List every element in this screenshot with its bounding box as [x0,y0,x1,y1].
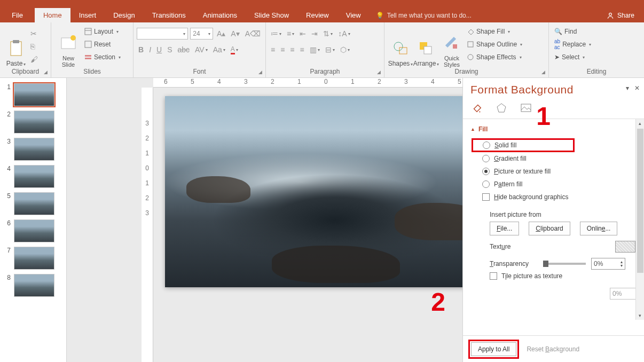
transparency-spinner[interactable]: 0%▴▾ [591,258,625,270]
texture-picker[interactable] [615,241,635,253]
fill-tab-icon[interactable] [470,101,483,114]
gradient-fill-option[interactable]: Gradient fill [470,152,644,165]
inc-indent-button[interactable]: ⇥ [310,28,319,40]
shape-outline-button[interactable]: Shape Outline▾ [465,38,524,50]
thumb-2[interactable]: 2 [0,108,66,136]
columns-button[interactable]: ▥▾ [308,44,321,56]
main-slide[interactable] [165,96,505,287]
tab-transitions[interactable]: Transitions [144,8,194,22]
replace-button[interactable]: abacReplace▾ [552,38,593,50]
font-color-button[interactable]: A▾ [229,44,240,56]
effects-tab-icon[interactable] [495,101,508,114]
shapes-button[interactable]: Shapes▾ [388,23,413,68]
insert-online-button[interactable]: Online... [580,222,618,235]
italic-button[interactable]: I [147,44,153,56]
share-button[interactable]: Share [597,12,644,19]
thumb-5[interactable]: 5 [0,190,66,217]
line-spacing-button[interactable]: ⇅▾ [321,28,334,40]
layout-button[interactable]: Layout▾ [82,26,123,37]
thumb-3[interactable]: 3 [0,136,66,163]
scroll-up-icon[interactable]: ▴ [636,119,644,128]
shrink-font-button[interactable]: A▾ [229,28,241,40]
tab-animations[interactable]: Animations [194,8,246,22]
clear-format-button[interactable]: A⌫ [244,28,262,40]
thumb-4[interactable]: 4 [0,163,66,190]
reset-button[interactable]: Reset [82,38,123,50]
picture-tab-icon[interactable] [520,101,532,114]
font-size-combo[interactable]: 24▾ [190,28,213,40]
strike-button[interactable]: abc [176,44,191,56]
align-center-button[interactable]: ≡ [279,44,286,56]
vertical-ruler: 321 0123 [142,88,153,362]
insert-file-button[interactable]: File... [490,222,519,235]
copy-button[interactable]: ⎘ [29,41,40,52]
thumb-8[interactable]: 8 [0,272,66,299]
font-launcher[interactable]: ◢ [258,68,262,76]
arrange-button[interactable]: Arrange▾ [413,23,439,68]
pane-scrollbar[interactable]: ▴ ▾ [635,119,644,320]
font-family-combo[interactable]: ▾ [137,28,188,40]
cut-button[interactable]: ✂ [29,28,40,40]
scroll-down-icon[interactable]: ▾ [636,311,644,320]
tab-view[interactable]: View [337,8,370,22]
thumb-1[interactable]: 1 [0,81,66,108]
new-slide-button[interactable]: New Slide [54,23,82,68]
ribbon-tabs: File Home Insert Design Transitions Anim… [0,8,644,22]
pane-close-button[interactable]: ✕ [634,84,640,92]
solid-fill-option[interactable]: Solid fill [472,138,575,152]
change-case-button[interactable]: Aa▾ [211,44,227,56]
bucket-icon [467,28,474,35]
align-text-button[interactable]: ⊟▾ [324,44,336,56]
paste-button[interactable]: Paste▾ [3,23,29,68]
thumb-1-num: 1 [4,83,11,106]
hide-bg-graphics-option[interactable]: Hide background graphics [470,191,644,203]
numbering-button[interactable]: ≡▾ [285,28,296,40]
slide-thumbnails[interactable]: 1 2 3 4 5 6 7 8 [0,78,67,362]
paragraph-launcher[interactable]: ◢ [377,68,381,76]
select-button[interactable]: ➤Select▾ [552,51,593,63]
svg-marker-17 [497,104,506,112]
shape-effects-button[interactable]: Shape Effects▾ [465,51,524,63]
tab-slideshow[interactable]: Slide Show [246,8,297,22]
insert-clipboard-button[interactable]: Clipboard [529,222,570,235]
text-direction-button[interactable]: ↕A▾ [336,28,351,40]
fill-section-header[interactable]: ▲ Fill [470,124,644,138]
transparency-slider[interactable] [543,263,586,265]
tab-review[interactable]: Review [297,8,337,22]
bullets-button[interactable]: ≔▾ [269,28,283,40]
grow-font-button[interactable]: A▴ [215,28,227,40]
section-button[interactable]: Section▾ [82,51,123,63]
pattern-fill-option[interactable]: Pattern fill [470,178,644,191]
tab-insert[interactable]: Insert [70,8,105,22]
drawing-launcher[interactable]: ◢ [541,68,545,76]
bold-button[interactable]: B [137,44,145,56]
tell-me[interactable]: 💡 Tell me what you want to do... [370,12,478,19]
clipboard-launcher[interactable]: ◢ [44,68,48,76]
smartart-button[interactable]: ⬡▾ [339,44,351,56]
underline-button[interactable]: U [155,44,163,56]
group-slides: New Slide Layout▾ Reset Section▾ Slides [51,22,133,77]
group-slides-label: Slides [83,68,101,75]
shapes-icon [392,37,409,60]
thumb-6[interactable]: 6 [0,217,66,245]
tab-home[interactable]: Home [35,8,70,22]
find-button[interactable]: 🔍Find [552,26,593,37]
reset-background-button[interactable]: Reset Background [527,345,579,353]
shadow-button[interactable]: S [166,44,174,56]
apply-to-all-button[interactable]: Apply to All [471,342,516,356]
tile-option[interactable]: Tile picture as texture [490,270,644,282]
shape-fill-button[interactable]: Shape Fill▾ [465,26,524,37]
format-painter-button[interactable]: 🖌 [29,53,40,65]
dec-indent-button[interactable]: ⇤ [298,28,308,40]
align-right-button[interactable]: ≡ [288,44,296,56]
tab-design[interactable]: Design [105,8,143,22]
picture-fill-option[interactable]: Picture or texture fill [470,165,644,178]
pane-options-button[interactable]: ▾ [626,84,629,92]
justify-button[interactable]: ≡ [299,44,306,56]
tab-file[interactable]: File [0,8,35,22]
align-left-button[interactable]: ≡ [269,44,277,56]
quick-styles-button[interactable]: Quick Styles [439,23,465,68]
spacing-button[interactable]: AV▾ [193,44,209,56]
tile-label: le picture as texture [507,272,563,280]
thumb-7[interactable]: 7 [0,245,66,272]
